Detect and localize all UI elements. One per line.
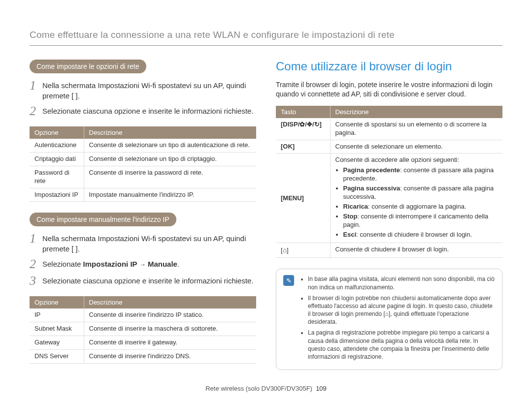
steps-network-options: 1 Nella schermata Impostazioni Wi-fi spo… (30, 80, 256, 118)
table-header: Opzione (30, 296, 84, 308)
page-footer: Rete wireless (solo DV300F/DV305F) 109 (0, 385, 532, 392)
table-cell: Consente di inserire l'indirizzo IP stat… (84, 308, 256, 322)
table-cell: Consente di selezionare un tipo di auten… (84, 139, 256, 152)
step-text: Selezionate ciascuna opzione e inserite … (42, 276, 256, 286)
table-cell: Impostazioni IP (30, 188, 84, 202)
table-network-options: Opzione Descrizione AutenticazioneConsen… (30, 126, 256, 202)
note-item: La pagina di registrazione potrebbe impi… (308, 329, 495, 361)
table-cell: Consente di inserire il gateway. (84, 336, 256, 350)
right-column: Come utilizzare il browser di login Tram… (276, 60, 502, 374)
table-header: Tasto (276, 106, 330, 118)
note-icon: ✎ (283, 275, 294, 286)
timer-icon: ↻ (314, 121, 320, 128)
table-cell: Criptaggio dati (30, 152, 84, 166)
flower-icon: ✿ (299, 121, 305, 128)
table-cell-key: [MENU] (276, 154, 330, 243)
step-number: 3 (30, 275, 42, 287)
page-header: Come effettuare la connessione a una ret… (30, 30, 502, 46)
home-icon (283, 247, 287, 254)
note-item: In base alla pagina visitata, alcuni ele… (308, 275, 495, 291)
table-cell: Consente di accedere alle opzioni seguen… (330, 154, 502, 243)
clip-icon: ✥ (307, 121, 312, 128)
table-cell: Gateway (30, 336, 84, 350)
content-columns: Come impostare le opzioni di rete 1 Nell… (30, 60, 502, 374)
step-text: Nella schermata Impostazioni Wi-fi spost… (42, 80, 256, 101)
step-number: 2 (30, 105, 42, 118)
table-header: Opzione (30, 126, 84, 139)
table-cell: Consente di spostarsi su un elemento o d… (330, 118, 502, 140)
note-box: ✎ In base alla pagina visitata, alcuni e… (276, 269, 502, 370)
table-header: Descrizione (330, 106, 502, 118)
pill-manual-ip: Come impostare manualmente l'indirizzo I… (30, 213, 176, 226)
section-title: Come utilizzare il browser di login (276, 60, 502, 73)
table-cell: Consente di inserire la password di rete… (84, 166, 256, 188)
steps-manual-ip: 1 Nella schermata Impostazioni Wi-fi spo… (30, 233, 256, 287)
table-cell: Autenticazione (30, 139, 84, 152)
table-cell: Subnet Mask (30, 322, 84, 336)
step-text: Nella schermata Impostazioni Wi-fi spost… (42, 233, 256, 254)
table-cell: DNS Server (30, 350, 84, 364)
left-column: Come impostare le opzioni di rete 1 Nell… (30, 60, 256, 374)
table-cell-key: [] (276, 243, 330, 258)
step-number: 1 (30, 79, 42, 92)
table-login-browser: Tasto Descrizione [DISP/✿/✥/↻] Consente … (276, 106, 502, 258)
table-cell: Consente di chiudere il browser di login… (330, 243, 502, 258)
table-manual-ip: Opzione Descrizione IPConsente di inseri… (30, 296, 256, 364)
step-number: 2 (30, 258, 42, 271)
table-cell: IP (30, 308, 84, 322)
table-cell: Consente di selezionare un tipo di cript… (84, 152, 256, 166)
note-item: Il browser di login potrebbe non chiuder… (308, 294, 495, 326)
table-cell: Consente di selezionare un elemento. (330, 140, 502, 154)
table-cell: Impostate manualmente l'indirizzo IP. (84, 188, 256, 202)
table-cell: Password di rete (30, 166, 84, 188)
step-text: Selezionate Impostazioni IP → Manuale. (42, 259, 256, 269)
table-header: Descrizione (84, 126, 256, 139)
table-cell-key: [DISP/✿/✥/↻] (276, 118, 330, 140)
step-number: 1 (30, 232, 42, 245)
step-text: Selezionate ciascuna opzione e inserite … (42, 106, 256, 116)
table-cell-key: [OK] (276, 140, 330, 154)
intro-paragraph: Tramite il browser di login, potete inse… (276, 80, 502, 99)
pill-network-options: Come impostare le opzioni di rete (30, 60, 146, 73)
table-cell: Consente di inserire l'indirizzo DNS. (84, 350, 256, 364)
table-header: Descrizione (84, 296, 256, 308)
note-list: In base alla pagina visitata, alcuni ele… (300, 275, 495, 364)
table-cell: Consente di inserire la maschera di sott… (84, 322, 256, 336)
